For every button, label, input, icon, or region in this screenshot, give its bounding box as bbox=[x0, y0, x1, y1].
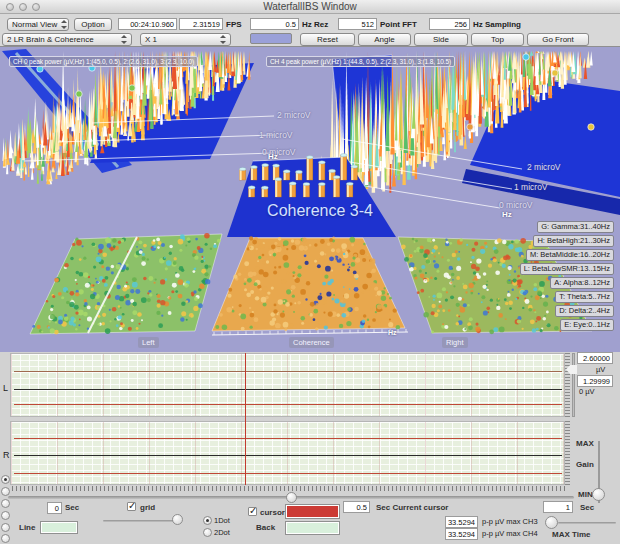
dot2-label: 2Dot bbox=[214, 528, 230, 537]
display-mode-radio-3[interactable] bbox=[1, 499, 10, 508]
map-hz-label: Hz bbox=[388, 329, 397, 336]
line-color-swatch[interactable] bbox=[40, 521, 78, 534]
map-left-label: Left bbox=[138, 337, 159, 348]
l-channel-label: L bbox=[3, 383, 8, 393]
display-mode-radio-5[interactable] bbox=[1, 523, 10, 532]
scroll-slider-thumb[interactable] bbox=[286, 492, 297, 503]
go-front-button[interactable]: Go Front bbox=[527, 33, 589, 46]
mode-select-value: 2 LR Brain & Coherence bbox=[7, 35, 94, 44]
r-scale-ticks bbox=[565, 421, 570, 485]
legend-alpha: A: Alpha:8..12Hz bbox=[550, 277, 614, 289]
dot1-label: 1Dot bbox=[214, 516, 230, 525]
side-button[interactable]: Side bbox=[414, 33, 468, 46]
display-mode-radio-1[interactable] bbox=[1, 475, 10, 484]
map-center-label: Coherence bbox=[289, 337, 334, 348]
scale-max-field[interactable]: 2.60000 bbox=[577, 352, 613, 364]
gain-min-label: MIN bbox=[578, 490, 593, 499]
right-axis-2uv: 2 microV bbox=[527, 162, 561, 172]
hz-rez-label: Hz Rez bbox=[302, 20, 328, 29]
progress-bar bbox=[250, 33, 292, 44]
titlebar: WaterfallIBS Window bbox=[0, 0, 620, 14]
left-axis-2uv: 2 microV bbox=[277, 110, 311, 120]
gain-slider-knob[interactable] bbox=[592, 488, 605, 501]
uv-unit-label: µV bbox=[596, 365, 605, 374]
scene-view[interactable]: CH 0 peak power (µV,Hz) 1:(45.0, 0.5), 2… bbox=[0, 47, 620, 352]
window-title: WaterfallIBS Window bbox=[0, 1, 620, 12]
fft-field[interactable]: 512 bbox=[338, 18, 377, 30]
gain-label: Gain bbox=[576, 460, 594, 469]
max-time-field[interactable]: 1 bbox=[543, 501, 573, 513]
pp-ch3-label: p-p µV max CH3 bbox=[482, 517, 538, 526]
sampling-label: Hz Sampling bbox=[473, 20, 521, 29]
max-time-slider-knob[interactable] bbox=[545, 516, 558, 529]
pp-ch3-field[interactable]: 33.5294 bbox=[445, 516, 478, 528]
dot2-radio[interactable] bbox=[203, 528, 212, 537]
popup-arrows-icon bbox=[219, 35, 226, 44]
grid-checkbox[interactable] bbox=[127, 502, 136, 511]
grid-label: grid bbox=[140, 503, 155, 512]
max-time-sec-label: Sec bbox=[580, 503, 594, 512]
cursor-color-swatch[interactable] bbox=[285, 504, 340, 519]
line-width-slider-thumb[interactable] bbox=[172, 514, 183, 525]
l-scale-ticks bbox=[565, 353, 570, 417]
scale-select[interactable]: X 1 bbox=[140, 33, 231, 46]
cursor-label: cursor bbox=[260, 508, 285, 517]
r-zero-trace bbox=[14, 455, 562, 456]
pp-ch4-label: p-p µV max CH4 bbox=[482, 529, 538, 538]
map-right-label: Right bbox=[442, 337, 468, 348]
left-axis-1uv: 1 microV bbox=[259, 130, 293, 140]
left-channel-scope bbox=[10, 353, 565, 417]
fft-label: Point FFT bbox=[380, 20, 417, 29]
line-label: Line bbox=[19, 523, 35, 532]
legend-theta: T: Theta:5..7Hz bbox=[555, 291, 614, 303]
oscilloscope-panel: L R 2.60000 µV 1.29999 0 µV MAX Gain MIN… bbox=[0, 352, 620, 544]
scale-mid-field[interactable]: 1.29999 bbox=[577, 375, 613, 387]
scale-select-value: X 1 bbox=[145, 35, 157, 44]
back-color-swatch[interactable] bbox=[285, 521, 340, 535]
option-button[interactable]: Option bbox=[74, 18, 112, 31]
right-axis-0uv: 0 microV bbox=[499, 200, 533, 210]
current-cursor-field[interactable]: 0.5 bbox=[343, 501, 370, 513]
right-axis-1uv: 1 microV bbox=[514, 182, 548, 192]
max-time-slider-track[interactable] bbox=[558, 522, 616, 524]
popup-arrows-icon bbox=[120, 35, 127, 44]
display-mode-radio-4[interactable] bbox=[1, 511, 10, 520]
dot1-radio[interactable] bbox=[203, 516, 212, 525]
pp-ch4-field[interactable]: 33.5294 bbox=[445, 528, 478, 540]
reset-button[interactable]: Reset bbox=[300, 33, 355, 46]
current-cursor-label: Sec Current cursor bbox=[376, 503, 448, 512]
back-label: Back bbox=[256, 523, 275, 532]
fps-field[interactable]: 2.31519 bbox=[179, 18, 223, 30]
cursor-checkbox[interactable] bbox=[248, 507, 257, 516]
legend-beta-low-smr: L: BetaLowSMR:13..15Hz bbox=[520, 263, 614, 275]
legend-beta-middle: M: BetaMiddle:16..20Hz bbox=[526, 249, 614, 261]
legend-delta: D: Delta:2..4Hz bbox=[555, 305, 614, 317]
fps-label: FPS bbox=[226, 20, 242, 29]
sec-offset-field[interactable]: 0 bbox=[47, 502, 62, 514]
l-upper-trace bbox=[14, 371, 562, 372]
display-mode-radio-2[interactable] bbox=[1, 487, 10, 496]
scale-slider-track[interactable] bbox=[572, 353, 575, 417]
view-select[interactable]: Normal View bbox=[7, 18, 69, 31]
right-hz-label: Hz bbox=[502, 210, 512, 219]
top-button[interactable]: Top bbox=[471, 33, 524, 46]
left-hz-label: Hz bbox=[268, 152, 278, 161]
legend-gamma: G: Gamma:31..40Hz bbox=[537, 221, 614, 233]
popup-arrows-icon bbox=[60, 20, 67, 29]
hz-rez-field[interactable]: 0.5 bbox=[250, 18, 299, 30]
angle-button[interactable]: Angle bbox=[358, 33, 411, 46]
time-ruler bbox=[12, 486, 565, 491]
mode-select[interactable]: 2 LR Brain & Coherence bbox=[2, 33, 132, 46]
l-zero-trace bbox=[14, 389, 562, 390]
line-width-slider-track[interactable] bbox=[103, 520, 181, 522]
display-mode-radio-6[interactable] bbox=[1, 534, 10, 543]
time-cursor-line[interactable] bbox=[245, 353, 246, 485]
gain-max-label: MAX bbox=[576, 439, 594, 448]
legend-beta-high: H: BetaHigh:21..30Hz bbox=[533, 235, 614, 247]
l-lower-trace bbox=[14, 404, 562, 405]
view-select-value: Normal View bbox=[12, 20, 57, 29]
max-time-label: MAX Time bbox=[552, 530, 591, 539]
sampling-field[interactable]: 256 bbox=[429, 18, 470, 30]
frequency-band-legend: G: Gamma:31..40Hz H: BetaHigh:21..30Hz M… bbox=[520, 221, 614, 331]
time-field[interactable]: 00:24:10.960 bbox=[118, 18, 177, 30]
